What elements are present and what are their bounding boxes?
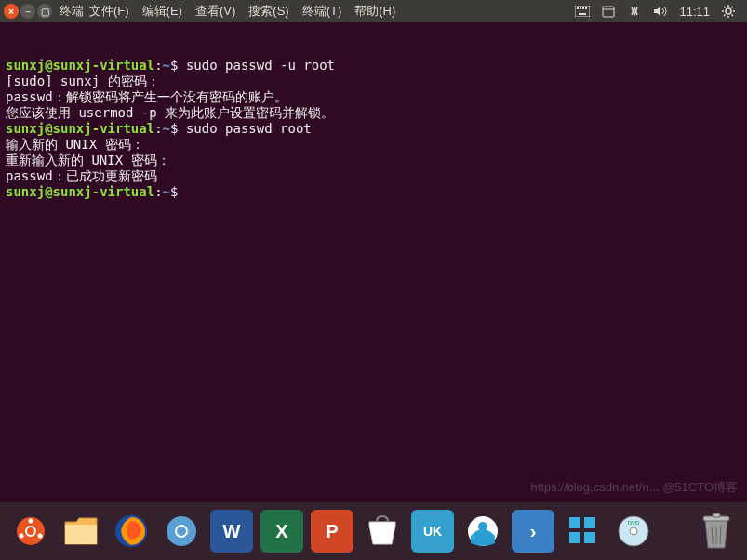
svg-line-15 bbox=[724, 15, 726, 17]
terminal-line: sunxj@sunxj-virtual:~$ bbox=[6, 184, 741, 200]
svg-rect-22 bbox=[65, 525, 97, 544]
terminal-line: [sudo] sunxj 的密码： bbox=[6, 73, 741, 89]
svg-line-13 bbox=[724, 7, 726, 8]
menu-terminal[interactable]: 终端(T) bbox=[302, 3, 342, 20]
svg-rect-32 bbox=[584, 532, 595, 543]
window-controls: × – ▢ bbox=[4, 4, 52, 19]
prompt-sep: : bbox=[154, 58, 162, 73]
dock-chromium[interactable] bbox=[160, 510, 203, 553]
terminal-line: 您应该使用 usermod -p 来为此账户设置密码并解锁。 bbox=[6, 105, 741, 121]
svg-rect-31 bbox=[569, 532, 580, 543]
prompt-path: ~ bbox=[163, 184, 170, 199]
menu-search[interactable]: 搜索(S) bbox=[248, 3, 288, 20]
svg-rect-4 bbox=[585, 7, 587, 9]
svg-text:DVD: DVD bbox=[628, 520, 640, 526]
dock-powerpoint[interactable]: P bbox=[311, 510, 353, 553]
svg-point-8 bbox=[726, 8, 731, 14]
trash-icon[interactable] bbox=[695, 510, 738, 553]
svg-point-34 bbox=[630, 527, 637, 535]
terminal-line: sunxj@sunxj-virtual:~$ sudo passwd -u ro… bbox=[6, 58, 741, 73]
prompt-path: ~ bbox=[163, 58, 170, 73]
dock-app-blue[interactable] bbox=[461, 510, 504, 553]
prompt-command: $ bbox=[170, 184, 186, 199]
svg-rect-37 bbox=[713, 513, 720, 517]
dock: WXPUK›DVD bbox=[0, 502, 747, 560]
dock-firefox[interactable] bbox=[110, 510, 153, 553]
menu-edit[interactable]: 编辑(E) bbox=[142, 3, 182, 20]
terminal-area[interactable]: sunxj@sunxj-virtual:~$ sudo passwd -u ro… bbox=[0, 22, 747, 502]
gear-icon[interactable] bbox=[721, 4, 736, 19]
menu-view[interactable]: 查看(V) bbox=[195, 3, 235, 20]
menubar: × – ▢ 终端 文件(F) 编辑(E) 查看(V) 搜索(S) 终端(T) 帮… bbox=[0, 0, 747, 22]
svg-rect-30 bbox=[584, 517, 595, 528]
svg-rect-0 bbox=[575, 6, 590, 17]
network-icon[interactable] bbox=[627, 4, 642, 19]
dock-word[interactable]: W bbox=[210, 510, 253, 553]
keyboard-icon[interactable] bbox=[575, 4, 590, 19]
close-button[interactable]: × bbox=[4, 4, 19, 19]
minimize-button[interactable]: – bbox=[20, 4, 35, 19]
prompt-command: $ sudo passwd -u root bbox=[170, 58, 335, 73]
svg-line-16 bbox=[732, 7, 734, 8]
terminal-line: 输入新的 UNIX 密码： bbox=[6, 137, 741, 153]
dock-disc[interactable]: DVD bbox=[612, 510, 655, 553]
maximize-button[interactable]: ▢ bbox=[37, 4, 52, 19]
system-tray: 11:11 bbox=[575, 4, 743, 19]
svg-point-26 bbox=[177, 527, 186, 536]
svg-point-19 bbox=[29, 519, 33, 524]
svg-line-14 bbox=[732, 15, 734, 17]
svg-rect-1 bbox=[577, 7, 579, 9]
svg-point-21 bbox=[20, 534, 24, 539]
terminal-line: passwd：解锁密码将产生一个没有密码的账户。 bbox=[6, 89, 741, 105]
svg-rect-3 bbox=[582, 7, 584, 9]
clock[interactable]: 11:11 bbox=[679, 5, 710, 19]
prompt-command: $ sudo passwd root bbox=[170, 121, 312, 136]
dock-files[interactable] bbox=[60, 510, 102, 553]
calendar-icon[interactable] bbox=[601, 4, 616, 19]
dock-excel[interactable]: X bbox=[260, 510, 303, 553]
prompt-sep: : bbox=[154, 121, 162, 136]
dock-show-apps[interactable] bbox=[9, 510, 52, 553]
terminal-line: sunxj@sunxj-virtual:~$ sudo passwd root bbox=[6, 121, 741, 137]
svg-point-20 bbox=[38, 534, 43, 539]
app-title: 终端 bbox=[60, 3, 84, 20]
prompt-user: sunxj@sunxj-virtual bbox=[6, 58, 154, 73]
prompt-user: sunxj@sunxj-virtual bbox=[6, 184, 154, 199]
menu-file[interactable]: 文件(F) bbox=[89, 3, 129, 20]
svg-point-28 bbox=[478, 522, 487, 531]
dock-software[interactable] bbox=[361, 510, 404, 553]
svg-rect-2 bbox=[580, 7, 581, 9]
svg-rect-29 bbox=[569, 517, 580, 528]
terminal-line: 重新输入新的 UNIX 密码： bbox=[6, 153, 741, 168]
menu-help[interactable]: 帮助(H) bbox=[354, 3, 395, 20]
svg-rect-6 bbox=[603, 7, 614, 17]
prompt-user: sunxj@sunxj-virtual bbox=[6, 121, 154, 136]
volume-icon[interactable] bbox=[653, 4, 668, 19]
prompt-sep: : bbox=[154, 184, 162, 199]
terminal-line: passwd：已成功更新密码 bbox=[6, 168, 741, 184]
menu-items: 文件(F) 编辑(E) 查看(V) 搜索(S) 终端(T) 帮助(H) bbox=[89, 3, 395, 20]
svg-rect-5 bbox=[579, 13, 586, 15]
dock-app-grid[interactable] bbox=[562, 510, 605, 553]
watermark: https://blog.csdn.net/n... @51CTO博客 bbox=[530, 479, 738, 495]
dock-input-uk[interactable]: UK bbox=[411, 510, 454, 553]
dock-app-arrow[interactable]: › bbox=[512, 510, 554, 553]
prompt-path: ~ bbox=[163, 121, 170, 136]
